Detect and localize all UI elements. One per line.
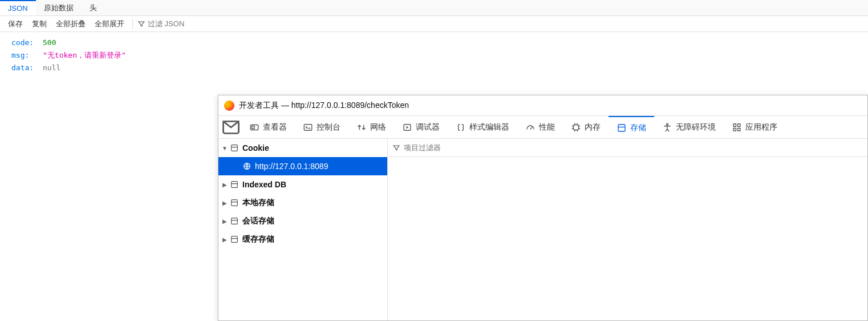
copy-button[interactable]: 复制 xyxy=(29,19,50,29)
svg-rect-15 xyxy=(232,200,238,206)
console-icon xyxy=(303,122,313,133)
chevron-down-icon: ▼ xyxy=(221,145,229,151)
accessibility-icon xyxy=(662,122,672,133)
tab-json[interactable]: JSON xyxy=(0,0,36,15)
svg-rect-12 xyxy=(232,145,238,151)
tree-label: 本地存储 xyxy=(242,198,274,208)
svg-rect-17 xyxy=(232,236,238,243)
database-icon xyxy=(230,216,239,226)
svg-rect-16 xyxy=(232,218,238,224)
database-icon xyxy=(230,198,239,207)
globe-icon xyxy=(242,162,252,171)
tree-item-session-storage[interactable]: ▶ 会话存储 xyxy=(218,212,387,230)
network-icon xyxy=(356,122,367,133)
tab-headers[interactable]: 头 xyxy=(82,0,105,15)
svg-rect-10 xyxy=(733,128,736,131)
json-filter-input[interactable] xyxy=(148,19,205,28)
firefox-icon xyxy=(224,101,234,111)
svg-rect-11 xyxy=(738,128,741,131)
style-icon xyxy=(456,122,466,133)
tree-label: 缓存存储 xyxy=(242,234,274,244)
chevron-right-icon: ▶ xyxy=(221,236,229,243)
collapse-all-button[interactable]: 全部折叠 xyxy=(52,19,89,29)
json-key: code: xyxy=(11,37,43,49)
storage-content xyxy=(388,139,867,320)
tab-performance[interactable]: 性能 xyxy=(517,116,563,138)
tree-item-cookie[interactable]: ▼ Cookie xyxy=(218,139,387,157)
separator xyxy=(132,19,133,29)
tab-memory[interactable]: 内存 xyxy=(563,116,609,138)
funnel-icon xyxy=(137,20,145,28)
devtools-main: ▼ Cookie http://127.0.0.1:8089 ▶ Indexed… xyxy=(218,139,867,320)
json-key: data: xyxy=(11,62,43,74)
tab-inspector[interactable]: 查看器 xyxy=(241,116,295,138)
expand-all-button[interactable]: 全部展开 xyxy=(91,19,128,29)
database-icon xyxy=(230,143,239,153)
database-icon xyxy=(230,180,239,189)
debugger-icon xyxy=(402,122,412,133)
svg-rect-14 xyxy=(232,182,238,188)
storage-filter-input[interactable] xyxy=(404,143,863,152)
svg-rect-8 xyxy=(733,124,736,127)
devtools-tool-tabs: 查看器 控制台 网络 调试器 样式编辑器 性能 内存 存储 xyxy=(218,116,867,139)
json-value: "无token，请重新登录" xyxy=(43,49,126,62)
devtools-title: 开发者工具 — http://127.0.0.1:8089/checkToken xyxy=(239,101,409,111)
tab-style-editor[interactable]: 样式编辑器 xyxy=(448,116,517,138)
storage-filter-bar xyxy=(388,139,867,157)
svg-rect-5 xyxy=(574,125,579,130)
json-body: code: 500 msg: "无token，请重新登录" data: null xyxy=(0,32,868,79)
application-icon xyxy=(732,122,742,133)
memory-icon xyxy=(571,122,581,133)
dock-side-button[interactable] xyxy=(221,116,241,138)
json-viewer-tabs: JSON 原始数据 头 xyxy=(0,0,868,16)
json-key: msg: xyxy=(11,49,43,62)
tab-network[interactable]: 网络 xyxy=(348,116,394,138)
json-toolbar: 保存 复制 全部折叠 全部展开 xyxy=(0,16,868,32)
save-button[interactable]: 保存 xyxy=(5,19,26,29)
dock-icon xyxy=(221,117,241,138)
tab-raw[interactable]: 原始数据 xyxy=(36,0,82,15)
chevron-right-icon: ▶ xyxy=(221,200,229,206)
tree-item-indexeddb[interactable]: ▶ Indexed DB xyxy=(218,175,387,194)
tree-label: Cookie xyxy=(242,143,269,153)
storage-sidebar: ▼ Cookie http://127.0.0.1:8089 ▶ Indexed… xyxy=(218,139,388,320)
json-value: null xyxy=(43,62,60,74)
svg-rect-9 xyxy=(738,124,741,127)
devtools-titlebar: 开发者工具 — http://127.0.0.1:8089/checkToken xyxy=(218,95,867,116)
svg-rect-2 xyxy=(252,126,255,129)
devtools-window: 开发者工具 — http://127.0.0.1:8089/checkToken… xyxy=(218,95,868,321)
tree-label: 会话存储 xyxy=(242,216,274,226)
tab-storage[interactable]: 存储 xyxy=(609,116,654,138)
tab-debugger[interactable]: 调试器 xyxy=(394,116,448,138)
tab-console[interactable]: 控制台 xyxy=(295,116,348,138)
json-value: 500 xyxy=(43,37,56,49)
tree-item-cookie-host[interactable]: http://127.0.0.1:8089 xyxy=(218,157,387,175)
svg-point-7 xyxy=(667,123,668,125)
storage-icon xyxy=(616,123,627,133)
funnel-icon xyxy=(392,144,400,152)
tree-item-cache-storage[interactable]: ▶ 缓存存储 xyxy=(218,230,387,248)
tree-label: Indexed DB xyxy=(242,180,286,189)
tree-item-local-storage[interactable]: ▶ 本地存储 xyxy=(218,194,387,212)
svg-rect-3 xyxy=(304,124,312,130)
chevron-right-icon: ▶ xyxy=(221,182,229,188)
tab-accessibility[interactable]: 无障碍环境 xyxy=(654,116,724,138)
inspector-icon xyxy=(249,122,259,133)
tab-application[interactable]: 应用程序 xyxy=(724,116,785,138)
performance-icon xyxy=(525,122,536,133)
chevron-right-icon: ▶ xyxy=(221,218,229,224)
tree-label: http://127.0.0.1:8089 xyxy=(255,162,328,171)
svg-rect-6 xyxy=(618,125,625,131)
database-icon xyxy=(230,235,239,244)
